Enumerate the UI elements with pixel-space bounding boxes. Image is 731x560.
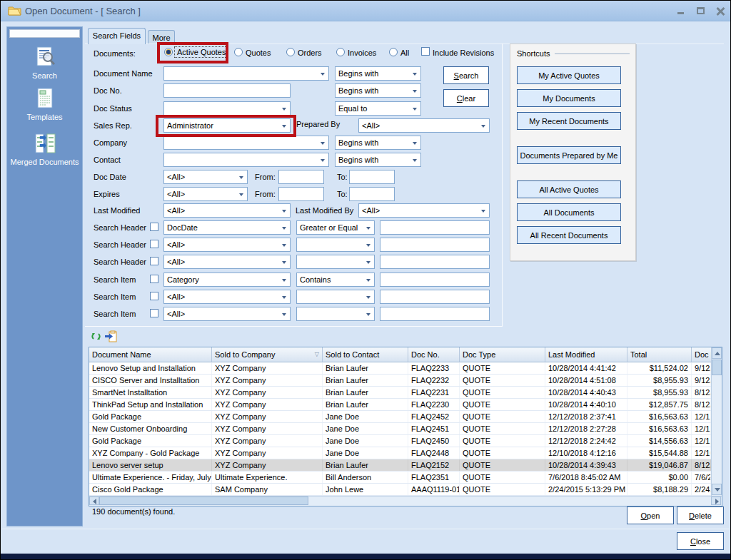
search-item-2-value-input[interactable] (380, 290, 490, 304)
search-header-2-operator-combo[interactable] (296, 238, 375, 252)
include-revisions-checkbox[interactable] (421, 47, 430, 56)
radio-invoices[interactable] (336, 48, 345, 56)
all-recent-documents-button[interactable]: All Recent Documents (517, 226, 621, 244)
my-active-quotes-button[interactable]: My Active Quotes (517, 66, 621, 84)
contact-combo[interactable] (163, 153, 329, 167)
search-button[interactable]: Search (443, 66, 489, 84)
sidebar-item-templates[interactable]: Templates (7, 87, 82, 121)
company-combo[interactable] (163, 136, 329, 150)
column-header-last-modified[interactable]: Last Modified (545, 347, 627, 362)
export-document-icon[interactable] (104, 330, 118, 344)
table-row[interactable]: SmartNet InstalltationXYZ CompanyBrian L… (89, 387, 711, 399)
search-item-2-field-combo[interactable]: <All> (163, 290, 291, 304)
scroll-up-button[interactable] (712, 347, 722, 359)
maximize-button[interactable] (696, 6, 706, 16)
tab-search-fields[interactable]: Search Fields (88, 28, 146, 44)
document-name-combo[interactable] (163, 66, 329, 81)
horizontal-scroll-thumb[interactable] (99, 497, 308, 505)
table-row[interactable]: CISCO Server and InstalltationXYZ Compan… (89, 375, 711, 387)
search-header-3-value-input[interactable] (380, 255, 490, 269)
sales-rep-combo[interactable]: Administrator (163, 118, 291, 133)
minimize-button[interactable] (676, 6, 686, 16)
doc-date-to-input[interactable] (349, 170, 395, 184)
table-row[interactable]: New Customer OnboardingXYZ CompanyJane D… (89, 423, 711, 435)
all-documents-button[interactable]: All Documents (517, 203, 621, 221)
doc-no-operator-combo[interactable]: Begins with (335, 83, 421, 98)
vertical-scrollbar[interactable] (711, 347, 722, 496)
search-header-1-value-input[interactable] (380, 220, 490, 235)
search-item-1-value-input[interactable] (380, 273, 490, 287)
radio-active-quotes[interactable] (164, 48, 173, 56)
table-row[interactable]: XYZ Company - Gold PackageXYZ CompanyJan… (89, 447, 711, 459)
column-header-doc-type[interactable]: Doc Type (460, 347, 545, 362)
table-row[interactable]: Lenovo Setup and InstallationXYZ Company… (89, 362, 711, 375)
column-header-doc-no[interactable]: Doc No. (408, 347, 460, 362)
expires-combo[interactable]: <All> (163, 187, 248, 201)
contact-operator-combo[interactable]: Begins with (335, 153, 421, 167)
title-bar[interactable]: Open Document - [ Search ] (1, 1, 730, 21)
scroll-right-button[interactable] (711, 497, 721, 505)
radio-label-active-quotes[interactable]: Active Quotes (174, 46, 228, 58)
radio-all[interactable] (389, 48, 398, 56)
search-item-1-checkbox[interactable] (150, 275, 158, 283)
sidebar-item-merged-documents[interactable]: Merged Documents (7, 132, 82, 166)
table-row[interactable]: Gold PackageXYZ CompanyJane DoeFLAQ2450Q… (89, 435, 711, 447)
search-header-3-checkbox[interactable] (150, 257, 158, 265)
search-item-2-checkbox[interactable] (150, 292, 158, 300)
delete-button[interactable]: Delete (677, 506, 724, 524)
horizontal-scrollbar[interactable] (89, 496, 722, 506)
scroll-left-button[interactable] (89, 497, 99, 505)
documents-prepared-by-me-button[interactable]: Documents Prepared by Me (517, 146, 621, 164)
last-modified-by-combo[interactable]: <All> (358, 203, 490, 218)
table-row[interactable]: Lenovo server setupXYZ CompanyBrian Lauf… (89, 459, 711, 472)
radio-label-quotes[interactable]: Quotes (246, 49, 271, 57)
column-header-document-name[interactable]: Document Name (89, 347, 212, 362)
search-header-1-checkbox[interactable] (150, 223, 158, 231)
radio-label-all[interactable]: All (400, 49, 409, 57)
doc-no-input[interactable] (163, 83, 291, 98)
search-header-3-field-combo[interactable]: <All> (163, 255, 291, 269)
search-header-2-field-combo[interactable]: <All> (163, 238, 291, 252)
column-header-total[interactable]: Total (627, 347, 692, 362)
table-row[interactable]: Ultimate Experience. - Friday, JulyUltim… (89, 472, 711, 484)
column-header-doc-id[interactable]: Doc I (692, 347, 711, 362)
search-item-3-field-combo[interactable]: <All> (163, 307, 291, 321)
search-item-3-checkbox[interactable] (150, 309, 158, 317)
search-header-1-operator-combo[interactable]: Greater or Equal (296, 220, 375, 235)
doc-date-combo[interactable]: <All> (163, 170, 248, 184)
search-item-1-field-combo[interactable]: Category (163, 273, 291, 287)
search-item-3-operator-combo[interactable] (296, 307, 375, 321)
expires-to-input[interactable] (349, 187, 395, 201)
my-documents-button[interactable]: My Documents (517, 89, 621, 107)
column-header-sold-to-contact[interactable]: Sold to Contact (323, 347, 408, 362)
table-row[interactable]: ThinkPad Setup and InstallationXYZ Compa… (89, 399, 711, 411)
search-header-2-checkbox[interactable] (150, 240, 158, 248)
sidebar-item-search[interactable]: Search (7, 46, 82, 80)
my-recent-documents-button[interactable]: My Recent Documents (517, 112, 621, 130)
tab-more[interactable]: More (148, 30, 175, 44)
radio-label-invoices[interactable]: Invoices (348, 49, 376, 57)
results-grid-header[interactable]: Document Name Sold to Company▽ Sold to C… (89, 347, 711, 362)
scroll-down-button[interactable] (712, 484, 722, 495)
search-header-1-field-combo[interactable]: DocDate (163, 220, 291, 235)
search-header-3-operator-combo[interactable] (296, 255, 375, 269)
open-button[interactable]: Open (627, 506, 674, 524)
refresh-icon[interactable] (91, 331, 101, 343)
last-modified-combo[interactable]: <All> (163, 203, 291, 218)
document-name-operator-combo[interactable]: Begins with (335, 66, 421, 81)
expires-from-input[interactable] (278, 187, 324, 201)
radio-label-orders[interactable]: Orders (298, 49, 322, 57)
company-operator-combo[interactable]: Begins with (335, 136, 421, 150)
doc-date-from-input[interactable] (278, 170, 324, 184)
search-header-2-value-input[interactable] (380, 238, 490, 252)
close-window-button[interactable] (715, 6, 725, 16)
radio-quotes[interactable] (234, 48, 243, 56)
column-header-sold-to-company[interactable]: Sold to Company▽ (212, 347, 323, 362)
close-button[interactable]: Close (677, 532, 724, 550)
all-active-quotes-button[interactable]: All Active Quotes (517, 180, 621, 198)
prepared-by-combo[interactable]: <All> (358, 118, 490, 133)
table-row[interactable]: Cisco Gold PackageSAM CompanyJohn LeweAA… (89, 484, 711, 496)
search-item-3-value-input[interactable] (380, 307, 490, 321)
doc-status-operator-combo[interactable]: Equal to (335, 101, 421, 116)
doc-status-combo[interactable] (163, 101, 291, 116)
